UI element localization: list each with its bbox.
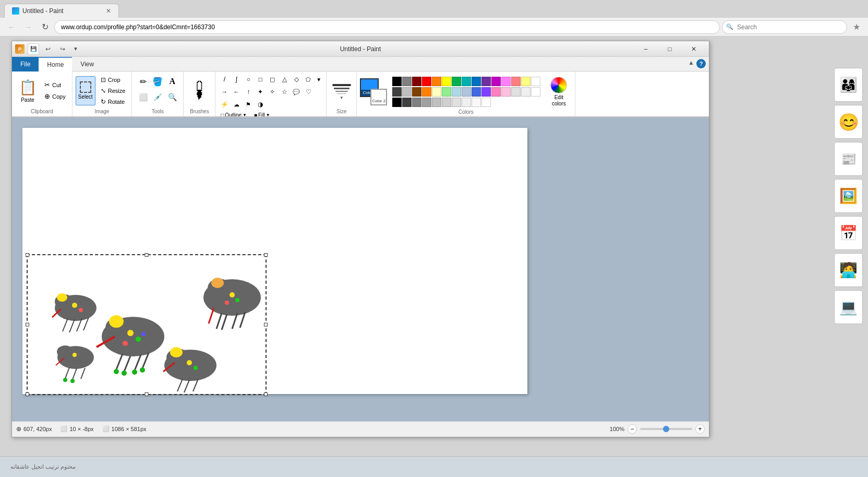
select-tool-button[interactable]: Select [76,76,95,105]
widget-calendar[interactable]: 📅 [834,216,863,250]
arrow-right-shape[interactable]: → [219,86,230,98]
widget-news[interactable]: 📰 [834,142,863,176]
close-button[interactable]: ✕ [682,42,706,56]
address-bar[interactable] [54,20,720,34]
color-swatch-magenta[interactable] [491,77,501,86]
color-swatch-white3[interactable] [481,98,491,107]
color-swatch-light2[interactable] [521,87,531,97]
color-swatch-charcoal[interactable] [392,87,402,97]
line-shape[interactable]: / [219,74,230,85]
ribbon-help-btn[interactable]: ? [696,59,706,68]
widget-photos[interactable]: 🖼️ [834,179,863,213]
color-swatch-gray4[interactable] [422,98,431,107]
arrow-4way-shape[interactable]: ✦ [255,86,266,98]
minimize-button[interactable]: – [634,42,658,56]
ribbon-collapse-btn[interactable]: ▲ [688,59,694,66]
color-swatch-gray7[interactable] [452,98,461,107]
color-swatch-lightyellow[interactable] [521,77,531,86]
undo-btn[interactable]: ↩ [42,43,54,55]
half-circle-shape[interactable]: ◑ [255,99,266,110]
color-swatch-gray6[interactable] [442,98,451,107]
pencil-tool[interactable]: ✏ [136,75,150,88]
color-swatch-black[interactable] [392,77,402,86]
color-swatch-brown[interactable] [412,87,421,97]
fill-tool[interactable]: 🪣 [151,75,164,88]
color-swatch-yellow[interactable] [442,77,451,86]
crop-button[interactable]: ⊡ Crop [98,75,129,85]
color-swatch-lightpink[interactable] [501,87,511,97]
size-btn[interactable] [332,84,351,94]
diamond-shape[interactable]: ◇ [291,74,302,85]
tab-view[interactable]: View [72,57,102,71]
color-swatch-silver[interactable] [402,87,412,97]
color-swatch-gray9[interactable] [472,98,481,107]
callout-shape[interactable]: 💬 [291,86,302,98]
color-swatch-darkred[interactable] [412,77,421,86]
color-swatch-lightyellow2[interactable] [432,87,441,97]
tab-file[interactable]: File [12,57,39,71]
color-swatch-gray5[interactable] [432,98,441,107]
color-swatch-darkorange[interactable] [422,87,431,97]
fill-button[interactable]: ■ Fill ▼ [252,112,272,117]
customize-btn[interactable]: ▼ [71,43,80,55]
triangle-shape[interactable]: △ [279,74,290,85]
copy-button[interactable]: ⊕ Copy [41,91,69,102]
color-swatch-salmon[interactable] [511,77,521,86]
resize-button[interactable]: ⤡ Resize [98,86,129,96]
flag-shape[interactable]: ⚑ [243,99,254,110]
star4-shape[interactable]: ✧ [267,86,278,98]
more-shapes-btn[interactable]: ▼ [315,74,323,85]
color-swatch-indigo[interactable] [481,77,491,86]
widget-computer[interactable]: 💻 [834,290,863,324]
magnifier-tool[interactable]: 🔍 [165,90,179,104]
color-swatch-gray3[interactable] [412,98,421,107]
search-input[interactable] [722,20,847,34]
color-swatch-orange[interactable] [432,77,441,86]
text-tool[interactable]: A [165,75,179,88]
widget-avatar[interactable]: 🧑‍💻 [834,253,863,287]
color-swatch-rose[interactable] [491,87,501,97]
widget-emoji[interactable]: 😊 [834,105,863,139]
color-swatch-blue[interactable] [472,77,481,86]
cloud-shape[interactable]: ☁ [231,99,242,110]
paint-canvas[interactable] [22,128,527,394]
color-swatch-white[interactable] [531,77,540,86]
color-swatch-lightblue[interactable] [452,87,461,97]
arrow-left-shape[interactable]: ← [231,86,242,98]
widget-people[interactable]: 👨‍👩‍👧 [834,68,863,102]
heart-shape[interactable]: ♡ [303,86,314,98]
rotate-button[interactable]: ↻ Rotate [98,97,129,107]
zoom-in-btn[interactable]: + [695,424,705,434]
rect-shape[interactable]: □ [255,74,266,85]
eraser-tool[interactable]: ⬜ [136,90,150,104]
star5-shape[interactable]: ☆ [279,86,290,98]
color2-box[interactable]: Color 2 [370,89,387,105]
color-swatch-gray2[interactable] [402,98,412,107]
rounded-rect-shape[interactable]: ▢ [267,74,278,85]
zoom-out-btn[interactable]: − [628,424,637,434]
color-swatch-teal[interactable] [462,77,471,86]
zoom-slider-track[interactable] [640,428,692,430]
back-button[interactable]: ← [4,20,19,34]
color-swatch-royalblue[interactable] [472,87,481,97]
outline-button[interactable]: □ Outline ▼ [219,112,249,117]
color-swatch-gray8[interactable] [462,98,471,107]
maximize-button[interactable]: □ [658,42,682,56]
color-swatch-red[interactable] [422,77,431,86]
forward-button[interactable]: → [21,20,35,34]
zoom-slider-thumb[interactable] [663,426,669,432]
color-swatch-purple[interactable] [481,87,491,97]
color-swatch-lightgreen[interactable] [442,87,451,97]
color-swatch-pink[interactable] [501,77,511,86]
redo-btn[interactable]: ↪ [57,43,68,55]
color-swatch-black2[interactable] [392,98,402,107]
pentagon-shape[interactable]: ⬠ [303,74,314,85]
cut-button[interactable]: ✂ Cut [41,79,69,90]
color-picker-tool[interactable]: 💉 [151,90,164,104]
tab-close-btn[interactable]: ✕ [106,7,111,15]
arrow-up-shape[interactable]: ↑ [243,86,254,98]
color-swatch-white2[interactable] [531,87,540,97]
color-swatch-lightblue2[interactable] [462,87,471,97]
paste-button[interactable]: 📋 Paste [15,76,40,105]
edit-colors-button[interactable]: Edit colors [546,75,572,109]
